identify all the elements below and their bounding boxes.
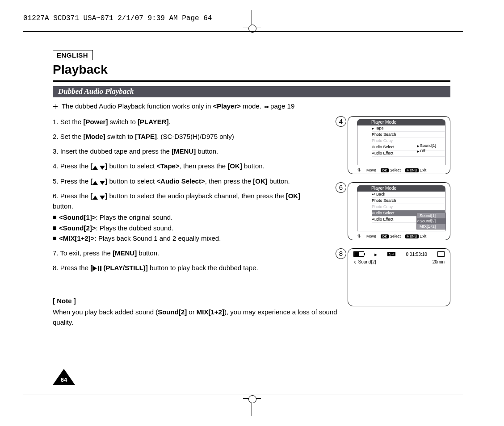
step-6: 6. Press the [ / ] button to select the …: [53, 191, 348, 212]
submenu-popup: Sound[1] Sound[2] MIX[1+2]: [416, 213, 446, 230]
step-6-option-c: <MIX[1+2]>: Plays back Sound 1 and 2 equ…: [53, 233, 348, 243]
play-icon: [374, 252, 377, 257]
banner-icon: [53, 104, 58, 109]
step-3: 3. Insert the dubbed tape and press the …: [53, 146, 348, 156]
menu-title: Player Mode: [357, 185, 445, 192]
sound-label: Sound[2]: [353, 259, 376, 264]
battery-icon: [353, 251, 364, 257]
step-5: 5. Press the [ / ] button to select <Aud…: [53, 176, 348, 186]
figure-6: 6 Player Mode Back Photo Search Photo Co…: [348, 182, 450, 240]
menu-title: Player Mode: [357, 119, 445, 125]
step-2: 2. Set the [Mode] switch to [TAPE]. (SC-…: [53, 131, 348, 142]
lcd-screen: Player Mode Tape Photo Search Photo Copy…: [348, 116, 450, 174]
note-heading: [ Note ]: [53, 296, 348, 306]
play-pause-icon: [92, 266, 101, 271]
language-tag: ENGLISH: [53, 50, 93, 60]
step-badge: 4: [336, 116, 346, 127]
bullet-icon: [53, 237, 56, 240]
figure-column: 4 Player Mode Tape Photo Search Photo Co…: [348, 116, 450, 314]
step-badge: 6: [336, 182, 346, 193]
lcd-playback-screen: SP 0:01:53:10 Sound[2] 20min: [348, 248, 450, 306]
menu-item: Photo Search: [372, 132, 445, 138]
submenu-item-selected: Sound[2]: [417, 218, 445, 224]
body-column: The dubbed Audio Playback function works…: [53, 101, 348, 332]
page-ref: page 19: [270, 102, 294, 110]
step-1: 1. Set the [Power] switch to [PLAYER].: [53, 117, 348, 127]
page-number: 64: [61, 376, 67, 383]
move-icon: [357, 167, 362, 172]
cassette-icon: [437, 251, 445, 257]
menu-item: Photo Copy: [372, 204, 445, 210]
title-rule: [53, 80, 450, 82]
text: mode.: [241, 102, 263, 110]
up-down-icon: /: [92, 196, 105, 200]
figure-8: 8 SP 0:01:53:10 Sound[2] 20min: [348, 248, 450, 306]
speed-badge: SP: [387, 252, 395, 256]
section-heading: Dubbed Audio Playback: [53, 86, 450, 97]
menu-item: Tape: [372, 125, 445, 132]
text: The dubbed Audio Playback function works…: [62, 102, 213, 110]
note-body: When you play back added sound (Sound[2]…: [53, 307, 348, 328]
bullet-icon: [53, 226, 56, 230]
submenu-item: Sound[1]: [417, 213, 445, 218]
bullet-icon: [53, 216, 56, 219]
intro-line: The dubbed Audio Playback function works…: [53, 101, 348, 112]
step-badge: 8: [336, 248, 346, 259]
lcd-screen: Player Mode Back Photo Search Photo Copy…: [348, 182, 450, 240]
submenu-values: Sound[1] Off: [417, 143, 446, 154]
up-down-icon: /: [92, 166, 105, 170]
bleed-edge-bottom: [23, 394, 463, 394]
step-7: 7. To exit, press the [MENU] button.: [53, 248, 348, 258]
step-4: 4. Press the [ / ] button to select <Tap…: [53, 161, 348, 171]
menu-footer: Move OK Select MENU Exit: [357, 234, 445, 238]
timecode: 0:01:53:10: [406, 252, 427, 257]
step-6-option-a: <Sound[1]>: Plays the original sound.: [53, 212, 348, 222]
step-8: 8. Press the [ (PLAY/STILL)] button to p…: [53, 263, 348, 273]
submenu-item: MIX[1+2]: [417, 224, 445, 229]
tape-remain: 20min: [433, 259, 445, 264]
menu-item-back: Back: [372, 192, 445, 198]
up-down-icon: /: [92, 181, 105, 185]
move-icon: [357, 234, 362, 238]
page-title: Playback: [53, 63, 108, 77]
text-bold: <Player>: [213, 102, 241, 110]
arrow-right-icon: [263, 102, 270, 110]
bleed-edge-top: [23, 31, 463, 32]
spool-header: 01227A SCD371 USA~071 2/1/07 9:39 AM Pag…: [23, 14, 212, 22]
menu-footer: Move OK Select MENU Exit: [357, 167, 445, 172]
step-6-option-b: <Sound[2]>: Plays the dubbed sound.: [53, 223, 348, 233]
menu-item: Photo Search: [372, 198, 445, 204]
page-number-flag: 64: [53, 369, 75, 385]
crop-mark-bottom: [248, 395, 256, 403]
figure-4: 4 Player Mode Tape Photo Search Photo Co…: [348, 116, 450, 174]
